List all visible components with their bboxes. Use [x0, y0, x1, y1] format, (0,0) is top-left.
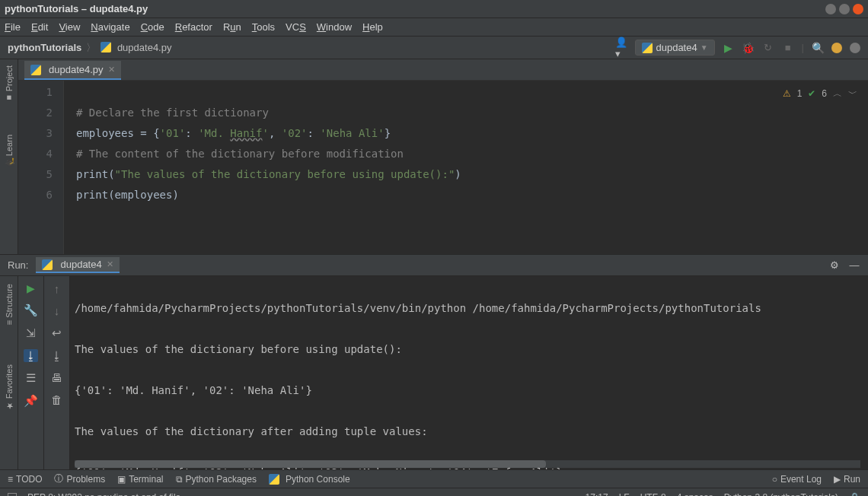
breadcrumb-file-label: dupdate4.py [117, 42, 172, 53]
warning-count: 1 [797, 84, 803, 104]
code-editor[interactable]: 1 2 3 4 5 6 # Declare the first dictiona… [18, 81, 868, 254]
line-number: 4 [18, 144, 53, 164]
window-close-button[interactable] [853, 4, 863, 14]
console-line: /home/fahmida/PycharmProjects/pythonTuto… [75, 298, 868, 319]
run-tool-window: Run: dupdate4 ✕ ⚙ — ≡ Structure ★ Favori… [0, 254, 868, 469]
scroll-to-end-icon[interactable]: ⭳ [24, 349, 38, 362]
ide-updates-icon[interactable] [831, 43, 842, 53]
editor-area: dupdate4.py ✕ 1 2 3 4 5 6 # Declare the … [18, 59, 868, 254]
print-icon[interactable]: 🖶 [51, 371, 62, 384]
status-cursor-position[interactable]: 17:17 [586, 492, 608, 497]
python-file-icon [101, 42, 111, 52]
wrench-icon[interactable]: 🔧 [24, 304, 38, 317]
inspection-widget[interactable]: ⚠ 1 ✔ 6 ︿ ﹀ [783, 84, 857, 104]
tool-structure-tab[interactable]: ≡ Structure [5, 284, 14, 325]
horizontal-scrollbar[interactable] [75, 460, 860, 468]
scroll-icon[interactable]: ⭳ [51, 349, 62, 362]
run-coverage-button[interactable]: ↻ [762, 42, 774, 54]
status-encoding[interactable]: UTF-8 [640, 492, 666, 497]
chevron-up-icon[interactable]: ︿ [833, 84, 842, 104]
menu-edit[interactable]: Edit [31, 21, 48, 33]
chevron-down-icon[interactable]: ﹀ [848, 84, 857, 104]
editor-tab-dupdate4[interactable]: dupdate4.py ✕ [24, 61, 121, 80]
status-line-separator[interactable]: LF [619, 492, 630, 497]
add-user-icon[interactable]: 👤▾ [615, 42, 627, 54]
line-number: 3 [18, 123, 53, 144]
left-tool-strip-lower: ≡ Structure ★ Favorites [0, 276, 18, 469]
warning-icon: ⚠ [783, 84, 791, 104]
code-content[interactable]: # Declare the first dictionary employees… [64, 81, 868, 254]
menu-tools[interactable]: Tools [252, 21, 275, 33]
line-number: 5 [18, 164, 53, 185]
python-icon [269, 474, 279, 485]
menu-navigate[interactable]: Navigate [91, 21, 129, 33]
run-tab-dupdate4[interactable]: dupdate4 ✕ [36, 257, 119, 273]
tool-todo[interactable]: ≡TODO [8, 474, 42, 485]
status-message: PEP 8: W292 no newline at end of file [27, 492, 180, 497]
tool-favorites-tab[interactable]: ★ Favorites [4, 364, 14, 411]
check-icon: ✔ [808, 84, 815, 104]
run-tool-title: Run: [8, 259, 28, 271]
code-line: employees = {'01': 'Md. Hanif', '02': 'N… [76, 127, 391, 139]
close-run-tab-icon[interactable]: ✕ [107, 259, 113, 269]
run-configuration-selector[interactable]: dupdate4 ▼ [635, 40, 714, 56]
tool-project-tab[interactable]: ■ Project [5, 65, 14, 103]
line-number: 2 [18, 103, 53, 123]
status-interpreter[interactable]: Python 3.8 (pythonTutorials) [724, 492, 838, 497]
menu-vcs[interactable]: VCS [286, 21, 306, 33]
navigation-bar: pythonTutorials 〉 dupdate4.py 👤▾ dupdate… [0, 37, 868, 59]
python-icon [642, 43, 653, 53]
menu-view[interactable]: View [59, 21, 80, 33]
breadcrumb-separator-icon: 〉 [86, 41, 96, 55]
console-output[interactable]: /home/fahmida/PycharmProjects/pythonTuto… [70, 276, 868, 469]
rerun-button[interactable]: ▶ [27, 282, 35, 294]
menu-refactor[interactable]: Refactor [175, 21, 212, 33]
gutter: 1 2 3 4 5 6 [18, 81, 64, 254]
stack-icon[interactable]: ⇲ [26, 326, 36, 340]
window-minimize-button[interactable] [825, 4, 836, 14]
down-arrow-icon[interactable]: ↓ [54, 304, 60, 317]
menu-run[interactable]: Run [223, 21, 241, 33]
layout-icon[interactable]: ☰ [26, 371, 36, 385]
run-settings-icon[interactable]: ⚙ [828, 259, 841, 272]
trash-icon[interactable]: 🗑 [51, 393, 62, 406]
python-icon [42, 259, 53, 270]
hide-panel-icon[interactable]: — [848, 259, 860, 272]
readonly-lock-icon[interactable]: 🔒 [849, 492, 860, 497]
tool-run-tab[interactable]: ▶Run [834, 474, 860, 485]
console-line: The values of the dictionary before usin… [75, 339, 868, 360]
ide-settings-icon[interactable] [850, 43, 860, 53]
tool-problems[interactable]: ⓘProblems [54, 472, 105, 485]
search-icon[interactable]: 🔍 [812, 42, 824, 54]
status-window-icon[interactable] [8, 493, 17, 497]
left-tool-strip: ■ Project 🎓 Learn [0, 59, 18, 254]
stop-button[interactable]: ■ [782, 42, 794, 54]
console-line: {'01': 'Md. Hanif', '02': 'Neha Ali'} [75, 380, 868, 401]
menu-code[interactable]: Code [141, 21, 164, 33]
soft-wrap-icon[interactable]: ↩ [52, 326, 62, 340]
pass-count: 6 [822, 84, 827, 104]
window-maximize-button[interactable] [839, 4, 850, 14]
console-line: The values of the dictionary after addin… [75, 421, 868, 442]
tool-python-console[interactable]: Python Console [269, 474, 350, 485]
status-indent[interactable]: 4 spaces [677, 492, 713, 497]
menu-help[interactable]: Help [362, 21, 383, 33]
menu-window[interactable]: Window [317, 21, 352, 33]
tool-terminal[interactable]: ▣Terminal [117, 474, 163, 485]
tool-learn-tab[interactable]: 🎓 Learn [4, 135, 14, 168]
dropdown-icon: ▼ [700, 43, 708, 52]
status-bar: PEP 8: W292 no newline at end of file 17… [0, 488, 868, 496]
code-line: print(employees) [76, 189, 179, 201]
editor-tabs: dupdate4.py ✕ [18, 59, 868, 81]
debug-button[interactable]: 🐞 [742, 42, 755, 54]
pin-icon[interactable]: 📌 [24, 394, 38, 408]
tool-event-log[interactable]: ○Event Log [772, 474, 822, 485]
breadcrumb-file[interactable]: dupdate4.py [101, 42, 171, 53]
up-arrow-icon[interactable]: ↑ [54, 282, 60, 295]
run-button[interactable]: ▶ [723, 42, 735, 54]
tool-python-packages[interactable]: ⧉Python Packages [176, 474, 257, 485]
menu-file[interactable]: File [5, 21, 21, 33]
run-tool-actions-col2: ↑ ↓ ↩ ⭳ 🖶 🗑 [44, 276, 70, 469]
breadcrumb-project[interactable]: pythonTutorials [8, 42, 81, 53]
close-tab-icon[interactable]: ✕ [108, 65, 115, 75]
